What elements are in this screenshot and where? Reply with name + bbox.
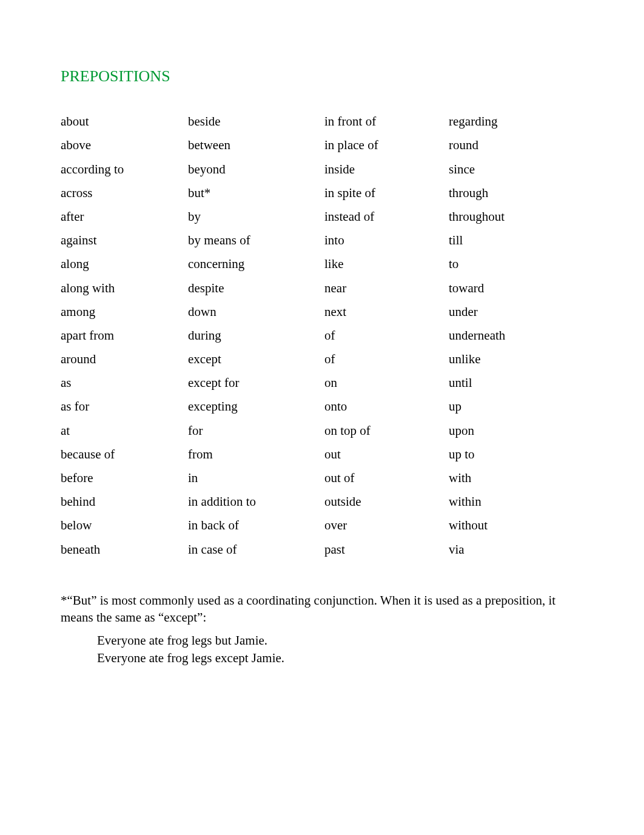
list-item: regarding <box>449 110 570 133</box>
list-item: out of <box>324 466 449 490</box>
list-item: near <box>324 277 449 300</box>
list-item: instead of <box>324 205 449 229</box>
list-item: unlike <box>449 347 570 371</box>
list-item: within <box>449 490 570 514</box>
list-item: via <box>449 538 570 562</box>
list-item: underneath <box>449 324 570 347</box>
list-item: as for <box>61 395 188 418</box>
list-item: round <box>449 133 570 157</box>
list-item: under <box>449 300 570 324</box>
list-item: because of <box>61 443 188 466</box>
example-text: except <box>215 651 249 665</box>
footnote-text: *“But” is most commonly used as a coordi… <box>61 593 555 608</box>
list-item: above <box>61 133 188 157</box>
list-item: around <box>61 347 188 371</box>
list-item: during <box>188 324 324 347</box>
list-item: excepting <box>188 395 324 418</box>
document-page: PREPOSITIONS about above according to ac… <box>0 0 644 835</box>
list-item: to <box>449 252 570 276</box>
list-item: by <box>188 205 324 229</box>
list-item: concerning <box>188 252 324 276</box>
example-sentence: Everyone ate frog legs except Jamie. <box>97 649 583 666</box>
example-text: Jamie. <box>232 633 267 648</box>
list-item: between <box>188 133 324 157</box>
list-item: in place of <box>324 133 449 157</box>
list-item: until <box>449 371 570 395</box>
list-item: of <box>324 347 449 371</box>
list-item: next <box>324 300 449 324</box>
column-3: in front of in place of inside in spite … <box>324 110 449 562</box>
list-item: like <box>324 252 449 276</box>
list-item: over <box>324 514 449 537</box>
list-item: in addition to <box>188 490 324 514</box>
list-item: outside <box>324 490 449 514</box>
list-item: in <box>188 466 324 490</box>
list-item: beyond <box>188 158 324 181</box>
list-item: at <box>61 419 188 443</box>
list-item: behind <box>61 490 188 514</box>
example-block: Everyone ate frog legs but Jamie. Everyo… <box>97 632 583 666</box>
list-item: but* <box>188 181 324 205</box>
footnote: *“But” is most commonly used as a coordi… <box>61 592 583 626</box>
list-item: beneath <box>61 538 188 562</box>
list-item: through <box>449 181 570 205</box>
list-item: before <box>61 466 188 490</box>
list-item: into <box>324 229 449 252</box>
list-item: among <box>61 300 188 324</box>
list-item: across <box>61 181 188 205</box>
list-item: from <box>188 443 324 466</box>
list-item: for <box>188 419 324 443</box>
example-sentence: Everyone ate frog legs but Jamie. <box>97 632 583 649</box>
list-item: up <box>449 395 570 418</box>
list-item: along with <box>61 277 188 300</box>
footnote-text: means the same as “ <box>61 610 164 625</box>
column-4: regarding round since through throughout… <box>449 110 570 562</box>
list-item: after <box>61 205 188 229</box>
list-item: onto <box>324 395 449 418</box>
list-item: since <box>449 158 570 181</box>
list-item: below <box>61 514 188 537</box>
list-item: toward <box>449 277 570 300</box>
list-item: past <box>324 538 449 562</box>
list-item: in front of <box>324 110 449 133</box>
list-item: apart from <box>61 324 188 347</box>
list-item: on top of <box>324 419 449 443</box>
list-item: up to <box>449 443 570 466</box>
list-item: against <box>61 229 188 252</box>
list-item: till <box>449 229 570 252</box>
list-item: with <box>449 466 570 490</box>
footnote-text: ”: <box>197 610 206 625</box>
list-item: of <box>324 324 449 347</box>
list-item: inside <box>324 158 449 181</box>
example-text: but <box>215 633 232 648</box>
column-1: about above according to across after ag… <box>61 110 188 562</box>
list-item: down <box>188 300 324 324</box>
footnote-text: except <box>164 610 197 625</box>
list-item: out <box>324 443 449 466</box>
list-item: in spite of <box>324 181 449 205</box>
list-item: throughout <box>449 205 570 229</box>
prepositions-columns: about above according to across after ag… <box>61 110 583 562</box>
list-item: according to <box>61 158 188 181</box>
column-2: beside between beyond but* by by means o… <box>188 110 324 562</box>
list-item: on <box>324 371 449 395</box>
list-item: beside <box>188 110 324 133</box>
list-item: without <box>449 514 570 537</box>
list-item: except <box>188 347 324 371</box>
page-title: PREPOSITIONS <box>61 67 583 86</box>
list-item: about <box>61 110 188 133</box>
list-item: despite <box>188 277 324 300</box>
list-item: upon <box>449 419 570 443</box>
list-item: as <box>61 371 188 395</box>
list-item: in case of <box>188 538 324 562</box>
example-text: Jamie. <box>249 651 284 665</box>
example-text: Everyone ate frog legs <box>97 633 215 648</box>
list-item: except for <box>188 371 324 395</box>
example-text: Everyone ate frog legs <box>97 651 215 665</box>
list-item: by means of <box>188 229 324 252</box>
list-item: in back of <box>188 514 324 537</box>
list-item: along <box>61 252 188 276</box>
